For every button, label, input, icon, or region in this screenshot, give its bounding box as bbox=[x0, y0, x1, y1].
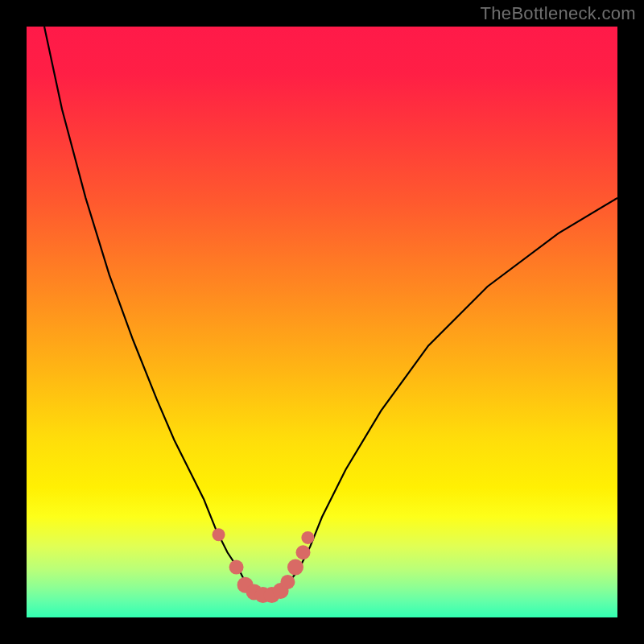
marker-point bbox=[280, 575, 295, 589]
gradient-background bbox=[27, 27, 617, 617]
bottleneck-plot bbox=[27, 27, 617, 617]
marker-point bbox=[301, 531, 314, 544]
marker-point bbox=[229, 560, 244, 575]
marker-point bbox=[296, 545, 311, 559]
marker-point bbox=[213, 528, 225, 541]
marker-point bbox=[287, 559, 303, 576]
watermark-text: TheBottleneck.com bbox=[481, 3, 636, 24]
plot-svg bbox=[27, 27, 617, 617]
chart-frame: TheBottleneck.com bbox=[0, 0, 644, 644]
